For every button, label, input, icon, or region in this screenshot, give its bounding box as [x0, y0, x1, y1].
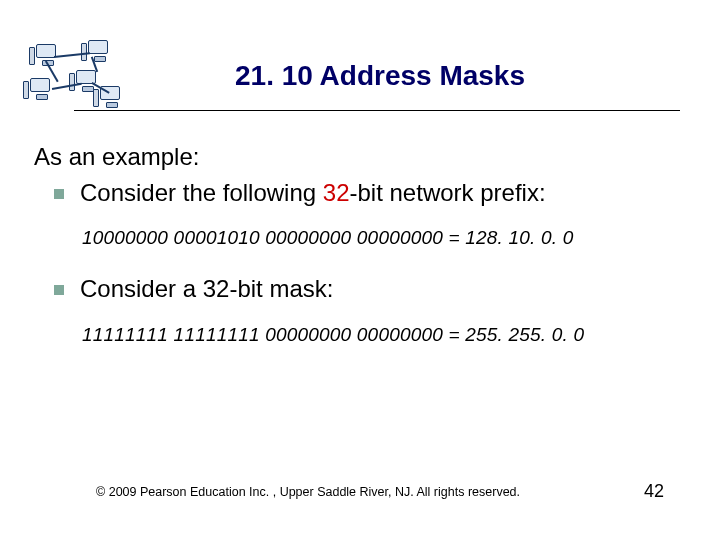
bullet-1-accent: 32: [323, 179, 350, 206]
title-rule: [74, 110, 680, 111]
mask-binary-line: 11111111 11111111 00000000 00000000 = 25…: [82, 324, 680, 346]
bullet-2: Consider a 32-bit mask:: [54, 273, 680, 305]
prefix-binary-line: 10000000 00001010 00000000 00000000 = 12…: [82, 227, 680, 249]
header: 21. 10 Address Masks: [0, 0, 720, 123]
intro-text: As an example:: [34, 143, 680, 171]
bullet-1: Consider the following 32-bit network pr…: [54, 177, 680, 209]
copyright-text: © 2009 Pearson Education Inc. , Upper Sa…: [96, 485, 520, 499]
bullet-2-text: Consider a 32-bit mask:: [80, 273, 333, 305]
footer: © 2009 Pearson Education Inc. , Upper Sa…: [0, 481, 720, 502]
slide: 21. 10 Address Masks As an example: Cons…: [0, 0, 720, 540]
slide-title: 21. 10 Address Masks: [80, 60, 680, 92]
bullet-icon: [54, 285, 64, 295]
network-computers-icon: [30, 40, 130, 110]
bullet-1-b: -bit network prefix:: [350, 179, 546, 206]
content: As an example: Consider the following 32…: [0, 123, 720, 346]
bullet-1-text: Consider the following 32-bit network pr…: [80, 177, 546, 209]
bullet-icon: [54, 189, 64, 199]
bullet-1-a: Consider the following: [80, 179, 323, 206]
page-number: 42: [644, 481, 664, 502]
